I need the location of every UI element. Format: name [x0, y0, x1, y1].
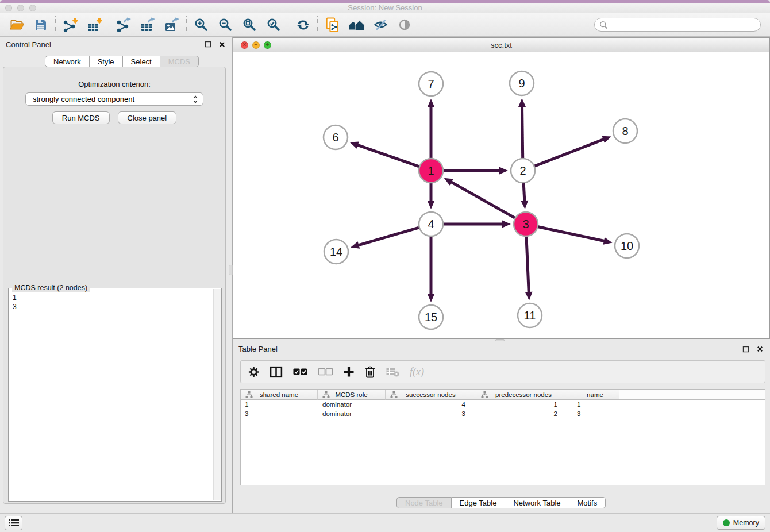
zoom-in-button[interactable] — [189, 15, 213, 34]
export-image-button[interactable] — [160, 15, 184, 34]
graph-node-15[interactable]: 15 — [419, 305, 443, 329]
graph-node-7[interactable]: 7 — [419, 72, 443, 96]
graph-edge-1-2[interactable] — [443, 167, 508, 175]
import-table-button[interactable] — [82, 15, 106, 34]
close-panel-button[interactable] — [217, 40, 226, 49]
result-scrollbar[interactable] — [213, 289, 221, 500]
cell-name[interactable]: 1 — [571, 401, 619, 408]
close-panel-action-button[interactable]: Close panel — [118, 111, 177, 124]
apply-layout-button[interactable] — [291, 15, 315, 34]
tab-mcds[interactable]: MCDS — [160, 56, 199, 67]
cell-shared-name[interactable]: 3 — [241, 410, 318, 417]
table-row[interactable]: 1 dominator 4 1 1 — [241, 400, 765, 409]
import-network-button[interactable] — [58, 15, 82, 34]
svg-text:2: 2 — [519, 164, 526, 177]
tab-node-table[interactable]: Node Table — [396, 497, 452, 508]
cell-predecessor-nodes[interactable]: 2 — [476, 410, 571, 417]
column-header-shared-name[interactable]: shared name — [241, 390, 318, 400]
export-table-button[interactable] — [136, 15, 160, 34]
zoom-fit-button[interactable] — [237, 15, 261, 34]
open-file-button[interactable] — [5, 15, 29, 34]
zoom-in-icon — [194, 17, 209, 32]
cell-shared-name[interactable]: 1 — [241, 401, 318, 408]
tree-icon — [322, 391, 330, 398]
column-header-successor-nodes[interactable]: successor nodes — [386, 390, 476, 400]
graph-node-1[interactable]: 1 — [419, 159, 443, 183]
save-icon — [34, 18, 48, 32]
graph-edge-1-7[interactable] — [428, 99, 435, 159]
memory-button[interactable]: Memory — [717, 516, 765, 530]
graph-node-3[interactable]: 3 — [514, 212, 538, 236]
show-columns-button[interactable] — [270, 366, 283, 378]
graph-node-10[interactable]: 10 — [615, 234, 639, 258]
table-mode-button[interactable] — [248, 366, 260, 378]
graph-node-2[interactable]: 2 — [511, 159, 535, 183]
criterion-select[interactable]: strongly connected component — [25, 92, 203, 106]
tab-motifs[interactable]: Motifs — [569, 497, 606, 508]
float-panel-button[interactable] — [203, 40, 213, 49]
graph-node-4[interactable]: 4 — [419, 212, 443, 236]
graph-edge-1-4[interactable] — [428, 183, 435, 209]
delete-column-button[interactable] — [364, 365, 376, 378]
deselect-all-button[interactable] — [318, 368, 333, 376]
hide-selected-button[interactable] — [368, 15, 392, 34]
column-header-predecessor-nodes[interactable]: predecessor nodes — [476, 390, 571, 400]
show-all-button[interactable] — [392, 15, 417, 34]
function-builder-button[interactable]: f(x) — [410, 366, 424, 378]
run-mcds-button[interactable]: Run MCDS — [52, 111, 110, 124]
zoom-selected-button[interactable] — [261, 15, 286, 34]
cell-mcds-role[interactable]: dominator — [318, 410, 386, 417]
delete-table-button[interactable] — [386, 366, 400, 377]
graph-edge-3-1[interactable] — [444, 178, 515, 218]
graph-edge-4-14[interactable] — [351, 228, 419, 249]
float-icon — [742, 346, 749, 353]
tab-style[interactable]: Style — [90, 56, 123, 67]
horizontal-splitter-handle[interactable] — [495, 339, 505, 341]
cell-successor-nodes[interactable]: 4 — [386, 401, 476, 408]
search-input[interactable] — [611, 21, 756, 29]
tab-edge-table[interactable]: Edge Table — [452, 497, 506, 508]
network-canvas[interactable]: 1234678910111415 — [233, 52, 769, 338]
table-float-button[interactable] — [741, 345, 750, 354]
create-column-button[interactable] — [343, 366, 355, 377]
tab-network-table[interactable]: Network Table — [505, 497, 569, 508]
graph-node-11[interactable]: 11 — [518, 303, 542, 327]
network-view-window: × − + scc.txt 1234678910111415 — [233, 37, 770, 339]
graph-edge-2-9[interactable] — [518, 98, 526, 159]
tab-network[interactable]: Network — [45, 56, 90, 67]
tab-select[interactable]: Select — [123, 56, 160, 67]
graph-edge-2-8[interactable] — [534, 136, 611, 167]
table-row[interactable]: 3 dominator 3 2 3 — [241, 409, 765, 418]
graph-edge-3-11[interactable] — [525, 236, 533, 300]
cell-predecessor-nodes[interactable]: 1 — [476, 401, 571, 408]
mcds-result-text[interactable]: 1 3 — [9, 290, 213, 501]
new-network-from-selection-button[interactable] — [320, 15, 344, 34]
main-toolbar — [0, 13, 770, 37]
zoom-out-button[interactable] — [213, 15, 237, 34]
cell-name[interactable]: 3 — [571, 410, 619, 417]
export-network-button[interactable] — [111, 15, 136, 34]
table-close-button[interactable] — [755, 345, 764, 354]
graph-node-14[interactable]: 14 — [324, 240, 348, 264]
first-neighbors-button[interactable] — [344, 15, 368, 34]
list-icon — [9, 519, 19, 527]
graph-node-9[interactable]: 9 — [510, 71, 534, 95]
column-header-name[interactable]: name — [571, 390, 619, 400]
save-session-button[interactable] — [29, 15, 53, 34]
network-graph[interactable]: 1234678910111415 — [233, 52, 769, 338]
graph-node-8[interactable]: 8 — [613, 119, 637, 143]
table-tabs: Node Table Edge Table Network Table Moti… — [396, 497, 606, 508]
graph-edge-4-3[interactable] — [443, 221, 511, 228]
cell-successor-nodes[interactable]: 3 — [386, 410, 476, 417]
graph-edge-3-10[interactable] — [538, 226, 613, 244]
graph-edge-1-6[interactable] — [350, 141, 420, 167]
select-all-button[interactable] — [292, 368, 308, 376]
graph-node-6[interactable]: 6 — [324, 125, 348, 149]
column-label: shared name — [260, 391, 298, 398]
task-history-button[interactable] — [5, 516, 22, 530]
graph-edge-4-15[interactable] — [428, 236, 435, 302]
column-header-mcds-role[interactable]: MCDS role — [318, 390, 386, 400]
graph-edge-2-3[interactable] — [521, 183, 528, 209]
vertical-splitter-handle[interactable] — [229, 265, 233, 275]
cell-mcds-role[interactable]: dominator — [318, 401, 386, 408]
